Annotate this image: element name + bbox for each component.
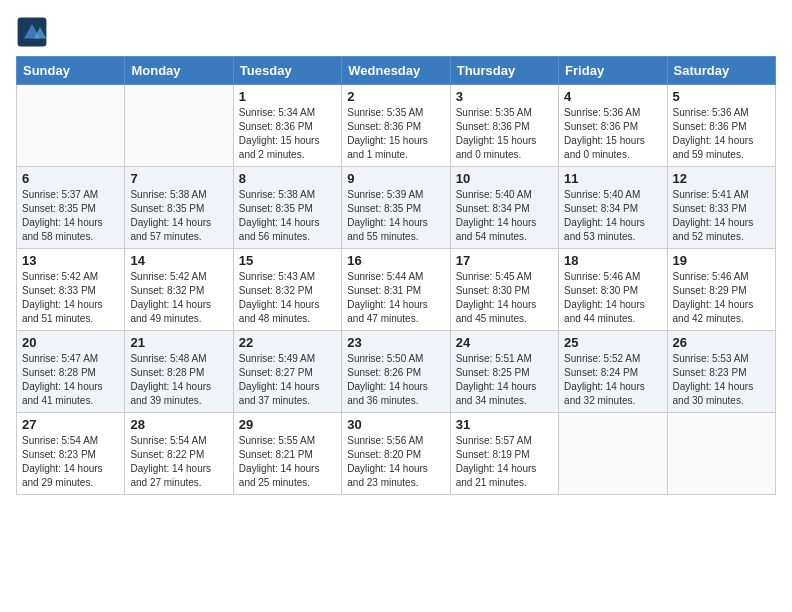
- day-detail: Sunrise: 5:35 AM Sunset: 8:36 PM Dayligh…: [456, 106, 553, 162]
- calendar-week-row: 13Sunrise: 5:42 AM Sunset: 8:33 PM Dayli…: [17, 249, 776, 331]
- calendar-table: SundayMondayTuesdayWednesdayThursdayFrid…: [16, 56, 776, 495]
- day-number: 3: [456, 89, 553, 104]
- calendar-cell: [125, 85, 233, 167]
- calendar-week-row: 1Sunrise: 5:34 AM Sunset: 8:36 PM Daylig…: [17, 85, 776, 167]
- day-number: 10: [456, 171, 553, 186]
- day-detail: Sunrise: 5:34 AM Sunset: 8:36 PM Dayligh…: [239, 106, 336, 162]
- day-detail: Sunrise: 5:36 AM Sunset: 8:36 PM Dayligh…: [673, 106, 770, 162]
- day-number: 6: [22, 171, 119, 186]
- day-detail: Sunrise: 5:39 AM Sunset: 8:35 PM Dayligh…: [347, 188, 444, 244]
- calendar-week-row: 6Sunrise: 5:37 AM Sunset: 8:35 PM Daylig…: [17, 167, 776, 249]
- day-number: 19: [673, 253, 770, 268]
- weekday-header: Wednesday: [342, 57, 450, 85]
- day-detail: Sunrise: 5:49 AM Sunset: 8:27 PM Dayligh…: [239, 352, 336, 408]
- day-number: 12: [673, 171, 770, 186]
- calendar-cell: 24Sunrise: 5:51 AM Sunset: 8:25 PM Dayli…: [450, 331, 558, 413]
- calendar-cell: 31Sunrise: 5:57 AM Sunset: 8:19 PM Dayli…: [450, 413, 558, 495]
- day-detail: Sunrise: 5:48 AM Sunset: 8:28 PM Dayligh…: [130, 352, 227, 408]
- day-number: 16: [347, 253, 444, 268]
- calendar-cell: 17Sunrise: 5:45 AM Sunset: 8:30 PM Dayli…: [450, 249, 558, 331]
- day-number: 25: [564, 335, 661, 350]
- calendar-cell: 1Sunrise: 5:34 AM Sunset: 8:36 PM Daylig…: [233, 85, 341, 167]
- calendar-cell: 4Sunrise: 5:36 AM Sunset: 8:36 PM Daylig…: [559, 85, 667, 167]
- calendar-cell: 28Sunrise: 5:54 AM Sunset: 8:22 PM Dayli…: [125, 413, 233, 495]
- day-detail: Sunrise: 5:53 AM Sunset: 8:23 PM Dayligh…: [673, 352, 770, 408]
- day-number: 8: [239, 171, 336, 186]
- calendar-cell: 25Sunrise: 5:52 AM Sunset: 8:24 PM Dayli…: [559, 331, 667, 413]
- day-detail: Sunrise: 5:38 AM Sunset: 8:35 PM Dayligh…: [130, 188, 227, 244]
- calendar-cell: 11Sunrise: 5:40 AM Sunset: 8:34 PM Dayli…: [559, 167, 667, 249]
- day-number: 7: [130, 171, 227, 186]
- day-detail: Sunrise: 5:46 AM Sunset: 8:29 PM Dayligh…: [673, 270, 770, 326]
- day-detail: Sunrise: 5:47 AM Sunset: 8:28 PM Dayligh…: [22, 352, 119, 408]
- calendar-cell: 16Sunrise: 5:44 AM Sunset: 8:31 PM Dayli…: [342, 249, 450, 331]
- calendar-cell: 29Sunrise: 5:55 AM Sunset: 8:21 PM Dayli…: [233, 413, 341, 495]
- calendar-week-row: 20Sunrise: 5:47 AM Sunset: 8:28 PM Dayli…: [17, 331, 776, 413]
- calendar-cell: 14Sunrise: 5:42 AM Sunset: 8:32 PM Dayli…: [125, 249, 233, 331]
- day-detail: Sunrise: 5:37 AM Sunset: 8:35 PM Dayligh…: [22, 188, 119, 244]
- day-number: 30: [347, 417, 444, 432]
- calendar-cell: 23Sunrise: 5:50 AM Sunset: 8:26 PM Dayli…: [342, 331, 450, 413]
- day-number: 28: [130, 417, 227, 432]
- day-detail: Sunrise: 5:40 AM Sunset: 8:34 PM Dayligh…: [564, 188, 661, 244]
- calendar-cell: 30Sunrise: 5:56 AM Sunset: 8:20 PM Dayli…: [342, 413, 450, 495]
- day-detail: Sunrise: 5:45 AM Sunset: 8:30 PM Dayligh…: [456, 270, 553, 326]
- page-header: [16, 16, 776, 48]
- calendar-cell: 26Sunrise: 5:53 AM Sunset: 8:23 PM Dayli…: [667, 331, 775, 413]
- day-detail: Sunrise: 5:41 AM Sunset: 8:33 PM Dayligh…: [673, 188, 770, 244]
- day-detail: Sunrise: 5:35 AM Sunset: 8:36 PM Dayligh…: [347, 106, 444, 162]
- calendar-cell: 9Sunrise: 5:39 AM Sunset: 8:35 PM Daylig…: [342, 167, 450, 249]
- day-number: 18: [564, 253, 661, 268]
- day-number: 23: [347, 335, 444, 350]
- calendar-cell: [17, 85, 125, 167]
- calendar-cell: 20Sunrise: 5:47 AM Sunset: 8:28 PM Dayli…: [17, 331, 125, 413]
- calendar-cell: 7Sunrise: 5:38 AM Sunset: 8:35 PM Daylig…: [125, 167, 233, 249]
- day-detail: Sunrise: 5:54 AM Sunset: 8:22 PM Dayligh…: [130, 434, 227, 490]
- day-number: 4: [564, 89, 661, 104]
- day-detail: Sunrise: 5:44 AM Sunset: 8:31 PM Dayligh…: [347, 270, 444, 326]
- calendar-cell: 6Sunrise: 5:37 AM Sunset: 8:35 PM Daylig…: [17, 167, 125, 249]
- calendar-cell: 21Sunrise: 5:48 AM Sunset: 8:28 PM Dayli…: [125, 331, 233, 413]
- calendar-cell: 5Sunrise: 5:36 AM Sunset: 8:36 PM Daylig…: [667, 85, 775, 167]
- calendar-week-row: 27Sunrise: 5:54 AM Sunset: 8:23 PM Dayli…: [17, 413, 776, 495]
- day-detail: Sunrise: 5:42 AM Sunset: 8:33 PM Dayligh…: [22, 270, 119, 326]
- day-number: 5: [673, 89, 770, 104]
- calendar-cell: 12Sunrise: 5:41 AM Sunset: 8:33 PM Dayli…: [667, 167, 775, 249]
- calendar-cell: 18Sunrise: 5:46 AM Sunset: 8:30 PM Dayli…: [559, 249, 667, 331]
- calendar-cell: 10Sunrise: 5:40 AM Sunset: 8:34 PM Dayli…: [450, 167, 558, 249]
- weekday-header: Sunday: [17, 57, 125, 85]
- day-detail: Sunrise: 5:38 AM Sunset: 8:35 PM Dayligh…: [239, 188, 336, 244]
- day-number: 21: [130, 335, 227, 350]
- calendar-cell: 15Sunrise: 5:43 AM Sunset: 8:32 PM Dayli…: [233, 249, 341, 331]
- day-detail: Sunrise: 5:40 AM Sunset: 8:34 PM Dayligh…: [456, 188, 553, 244]
- day-number: 27: [22, 417, 119, 432]
- weekday-header: Friday: [559, 57, 667, 85]
- day-number: 14: [130, 253, 227, 268]
- calendar-cell: 13Sunrise: 5:42 AM Sunset: 8:33 PM Dayli…: [17, 249, 125, 331]
- day-number: 20: [22, 335, 119, 350]
- day-detail: Sunrise: 5:51 AM Sunset: 8:25 PM Dayligh…: [456, 352, 553, 408]
- day-detail: Sunrise: 5:46 AM Sunset: 8:30 PM Dayligh…: [564, 270, 661, 326]
- day-number: 31: [456, 417, 553, 432]
- calendar-cell: 2Sunrise: 5:35 AM Sunset: 8:36 PM Daylig…: [342, 85, 450, 167]
- calendar-cell: 27Sunrise: 5:54 AM Sunset: 8:23 PM Dayli…: [17, 413, 125, 495]
- logo-icon: [16, 16, 48, 48]
- day-detail: Sunrise: 5:56 AM Sunset: 8:20 PM Dayligh…: [347, 434, 444, 490]
- day-detail: Sunrise: 5:54 AM Sunset: 8:23 PM Dayligh…: [22, 434, 119, 490]
- day-number: 11: [564, 171, 661, 186]
- weekday-header: Saturday: [667, 57, 775, 85]
- day-number: 15: [239, 253, 336, 268]
- calendar-cell: 3Sunrise: 5:35 AM Sunset: 8:36 PM Daylig…: [450, 85, 558, 167]
- day-detail: Sunrise: 5:50 AM Sunset: 8:26 PM Dayligh…: [347, 352, 444, 408]
- day-number: 24: [456, 335, 553, 350]
- day-detail: Sunrise: 5:55 AM Sunset: 8:21 PM Dayligh…: [239, 434, 336, 490]
- calendar-cell: 19Sunrise: 5:46 AM Sunset: 8:29 PM Dayli…: [667, 249, 775, 331]
- day-detail: Sunrise: 5:42 AM Sunset: 8:32 PM Dayligh…: [130, 270, 227, 326]
- day-number: 1: [239, 89, 336, 104]
- calendar-cell: [667, 413, 775, 495]
- calendar-cell: 8Sunrise: 5:38 AM Sunset: 8:35 PM Daylig…: [233, 167, 341, 249]
- day-number: 2: [347, 89, 444, 104]
- day-number: 13: [22, 253, 119, 268]
- day-number: 9: [347, 171, 444, 186]
- calendar-cell: [559, 413, 667, 495]
